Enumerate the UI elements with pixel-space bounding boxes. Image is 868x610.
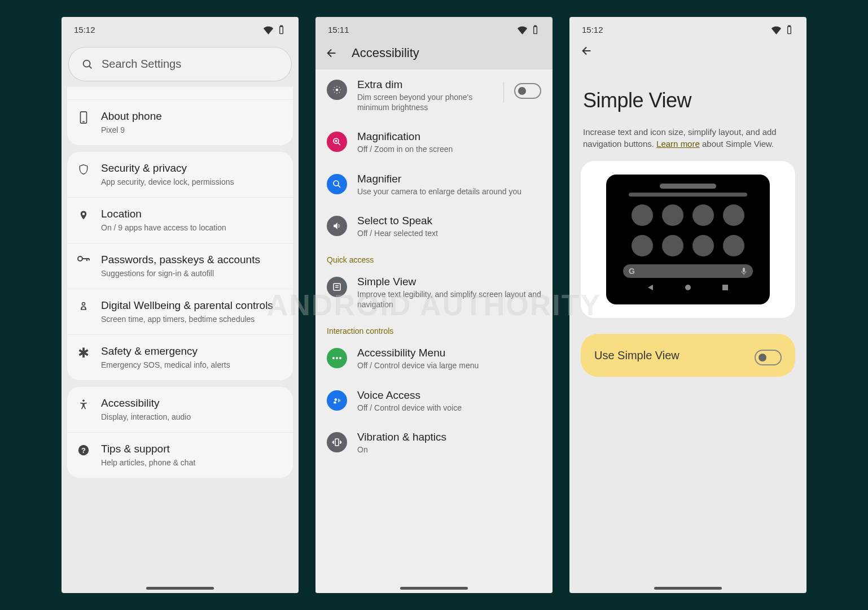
svg-line-25 <box>339 87 340 88</box>
settings-scroll[interactable]: Languages, gestures, time, backup About … <box>62 87 299 593</box>
a11y-item-simple-view[interactable]: Simple View Improve text legibility, and… <box>315 267 553 319</box>
search-placeholder: Search Settings <box>102 58 181 71</box>
settings-item-system[interactable]: Languages, gestures, time, backup <box>67 87 293 100</box>
settings-item-tips[interactable]: ? Tips & support Help articles, phone & … <box>67 433 293 478</box>
battery-icon <box>531 25 540 34</box>
svg-rect-40 <box>788 27 791 34</box>
vibration-icon <box>327 432 347 452</box>
status-time: 15:12 <box>582 25 603 34</box>
a11y-item-accessibility-menu[interactable]: Accessibility Menu Off / Control device … <box>315 338 553 380</box>
help-icon: ? <box>77 444 90 456</box>
magnifier-icon <box>327 174 347 194</box>
search-settings[interactable]: Search Settings <box>68 47 292 81</box>
gesture-nav-bar[interactable] <box>400 587 468 590</box>
phone-info-icon <box>80 111 87 124</box>
settings-item-wellbeing[interactable]: Digital Wellbeing & parental controls Sc… <box>67 289 293 335</box>
wifi-icon <box>264 25 273 34</box>
svg-point-11 <box>82 302 85 305</box>
nav-recent-icon <box>721 284 729 291</box>
svg-line-27 <box>338 143 340 145</box>
wellbeing-icon <box>78 300 89 313</box>
a11y-item-select-to-speak[interactable]: Select to Speak Off / Hear selected text <box>315 206 553 247</box>
search-icon <box>81 58 94 71</box>
accessibility-screen: 15:11 Accessibility Extra dim Dim screen… <box>315 17 553 593</box>
preview-home-screen: G <box>606 175 770 304</box>
location-icon <box>78 209 89 221</box>
nav-home-icon <box>684 284 692 291</box>
asterisk-icon: ✱ <box>78 346 89 360</box>
simple-view-icon <box>327 277 347 297</box>
settings-item-passwords[interactable]: Passwords, passkeys & accounts Suggestio… <box>67 243 293 289</box>
nav-back-icon <box>647 284 655 291</box>
settings-item-safety[interactable]: ✱ Safety & emergency Emergency SOS, medi… <box>67 335 293 380</box>
use-simple-view-toggle-row[interactable]: Use Simple View <box>581 334 795 377</box>
svg-point-35 <box>332 357 335 359</box>
svg-point-17 <box>336 89 339 91</box>
settings-main-screen: 15:12 Search Settings Languages, gesture… <box>62 17 299 593</box>
svg-point-2 <box>84 60 90 67</box>
menu-dots-icon <box>327 348 347 368</box>
brightness-low-icon <box>327 80 347 100</box>
battery-icon <box>277 25 286 34</box>
zoom-in-icon <box>327 132 347 152</box>
settings-item-security[interactable]: Security & privacy App security, device … <box>67 152 293 198</box>
a11y-item-magnifier[interactable]: Magnifier Use your camera to enlarge det… <box>315 164 553 206</box>
wifi-icon <box>518 25 527 34</box>
svg-rect-42 <box>743 268 745 272</box>
gesture-nav-bar[interactable] <box>654 587 722 590</box>
simple-view-preview: G <box>581 161 795 318</box>
gesture-nav-bar[interactable] <box>146 587 214 590</box>
svg-rect-0 <box>280 27 283 34</box>
svg-rect-44 <box>722 285 728 290</box>
voice-icon <box>327 390 347 411</box>
use-simple-view-toggle[interactable] <box>755 350 782 365</box>
gear-icon <box>77 87 90 89</box>
status-bar: 15:11 <box>315 17 553 38</box>
status-bar: 15:12 <box>569 17 806 38</box>
settings-item-location[interactable]: Location On / 9 apps have access to loca… <box>67 198 293 243</box>
svg-point-38 <box>335 398 337 401</box>
svg-line-23 <box>339 92 340 93</box>
status-time: 15:11 <box>328 25 349 34</box>
svg-rect-41 <box>788 25 790 26</box>
svg-point-43 <box>685 285 691 290</box>
svg-rect-15 <box>534 27 537 34</box>
accessibility-icon <box>78 398 89 411</box>
svg-line-24 <box>334 92 335 93</box>
a11y-item-vibration[interactable]: Vibration & haptics On <box>315 422 553 464</box>
svg-point-7 <box>78 256 82 261</box>
settings-item-about[interactable]: About phone Pixel 9 <box>67 100 293 145</box>
page-title: Simple View <box>569 62 806 126</box>
key-icon <box>77 255 90 263</box>
battery-icon <box>784 25 794 34</box>
a11y-item-magnification[interactable]: Magnification Off / Zoom in on the scree… <box>315 121 553 163</box>
back-icon[interactable] <box>581 45 593 57</box>
section-quick-access: Quick access <box>315 247 553 267</box>
svg-rect-16 <box>534 25 536 26</box>
status-time: 15:12 <box>74 25 95 34</box>
a11y-scroll[interactable]: Extra dim Dim screen beyond your phone's… <box>315 69 553 593</box>
svg-point-37 <box>339 357 341 359</box>
status-bar: 15:12 <box>62 17 299 38</box>
svg-line-22 <box>334 87 335 88</box>
simple-view-description: Increase text and icon size, simplify la… <box>569 126 806 161</box>
back-icon[interactable] <box>326 47 338 59</box>
page-title: Accessibility <box>352 46 419 60</box>
app-bar: Accessibility <box>315 38 553 69</box>
learn-more-link[interactable]: Learn more <box>656 139 700 149</box>
svg-point-30 <box>334 181 339 186</box>
svg-point-36 <box>336 357 338 359</box>
svg-line-31 <box>338 185 340 187</box>
svg-line-3 <box>89 66 91 68</box>
wifi-icon <box>771 25 781 34</box>
svg-rect-1 <box>280 25 282 26</box>
a11y-item-voice-access[interactable]: Voice Access Off / Control device with v… <box>315 380 553 422</box>
section-interaction-controls: Interaction controls <box>315 319 553 338</box>
simple-view-screen: 15:12 Simple View Increase text and icon… <box>569 17 806 593</box>
svg-point-12 <box>82 399 85 402</box>
toggle-label: Use Simple View <box>594 349 680 362</box>
settings-item-accessibility[interactable]: Accessibility Display, interaction, audi… <box>67 387 293 433</box>
svg-rect-39 <box>335 439 339 446</box>
a11y-item-extra-dim[interactable]: Extra dim Dim screen beyond your phone's… <box>315 69 553 121</box>
extra-dim-toggle[interactable] <box>514 83 541 99</box>
